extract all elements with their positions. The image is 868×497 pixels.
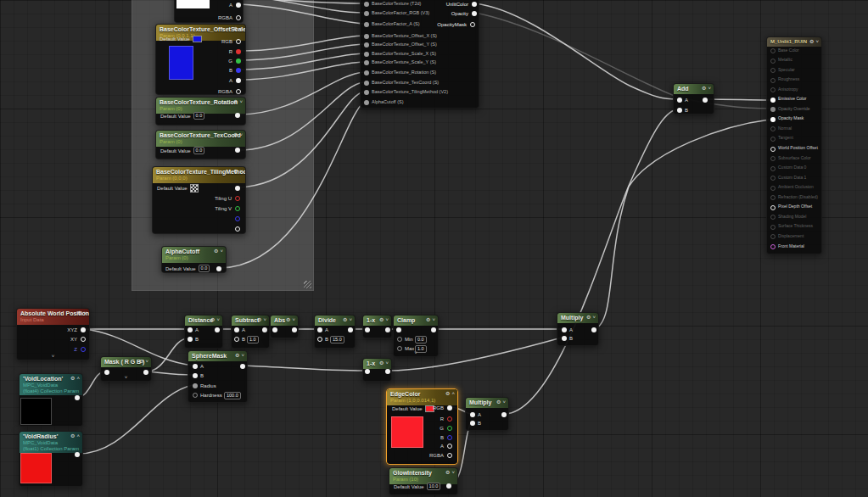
value-input[interactable]: 0.0 <box>415 336 427 343</box>
node-void-radius[interactable]: 'VoidRadius'MPC_VoidData(float1) Collect… <box>19 431 83 487</box>
pin[interactable] <box>770 137 776 142</box>
pin[interactable] <box>677 98 682 103</box>
pin[interactable] <box>472 11 477 16</box>
pin[interactable] <box>193 393 198 398</box>
pin[interactable] <box>770 176 776 181</box>
pin[interactable] <box>235 148 240 153</box>
pin[interactable] <box>81 347 86 352</box>
node-sphere-mask[interactable]: SphereMask⚙˅100.0ABRadiusHardness <box>188 350 248 403</box>
pin[interactable] <box>770 225 776 230</box>
node-clamp[interactable]: Clamp⚙˅0.01.0MinMax˅ <box>393 315 439 357</box>
collapse-up-icon[interactable]: ˄ <box>451 391 455 396</box>
pin[interactable] <box>292 327 297 332</box>
gear-icon[interactable]: ⚙ <box>496 399 501 405</box>
node-header[interactable]: BaseColorTexture_TilingMethodParam (0,0,… <box>153 167 245 183</box>
pin[interactable] <box>470 22 475 27</box>
pin[interactable] <box>193 383 198 388</box>
pin[interactable] <box>562 336 567 341</box>
pin[interactable] <box>235 206 240 211</box>
pin[interactable] <box>770 234 776 239</box>
pin[interactable] <box>770 195 776 200</box>
node-header[interactable]: Subtract⚙˅ <box>232 316 269 326</box>
pin[interactable] <box>396 327 401 332</box>
gear-icon[interactable]: ⚙ <box>70 433 75 438</box>
pin[interactable] <box>447 426 452 431</box>
gear-icon[interactable]: ⚙ <box>70 376 75 381</box>
color-swatch[interactable] <box>176 0 210 8</box>
pin[interactable] <box>770 68 776 73</box>
gear-icon[interactable]: ⚙ <box>809 39 814 44</box>
pin[interactable] <box>234 327 239 332</box>
pin[interactable] <box>770 78 776 83</box>
node-ruin-fn[interactable]: BaseColorTexture (T2d)BaseColorFactor_RG… <box>360 0 479 109</box>
collapse-down-icon[interactable]: ˅ <box>592 315 596 320</box>
pin[interactable] <box>770 186 776 191</box>
gear-icon[interactable]: ⚙ <box>233 99 238 104</box>
pin[interactable] <box>364 11 369 16</box>
pin[interactable] <box>365 369 370 374</box>
collapse-down-icon[interactable]: ˅ <box>83 310 87 316</box>
node-header[interactable]: Add⚙˅ <box>674 84 714 94</box>
collapse-down-icon[interactable]: ˅ <box>239 99 243 104</box>
collapse-down-icon[interactable]: ˅ <box>708 86 711 91</box>
gear-icon[interactable]: ⚙ <box>379 317 384 322</box>
pin[interactable] <box>317 337 322 342</box>
expand-chevron-icon[interactable]: ˅ <box>394 349 438 356</box>
node-abs[interactable]: Abs⚙˅ <box>270 315 299 338</box>
color-swatch[interactable] <box>193 36 202 42</box>
pin[interactable] <box>770 117 776 122</box>
pin[interactable] <box>447 453 452 458</box>
pin[interactable] <box>215 327 220 332</box>
collapse-down-icon[interactable]: ˅ <box>145 359 148 364</box>
node-header[interactable]: 1-x⚙˅ <box>363 316 391 326</box>
pin[interactable] <box>447 416 452 422</box>
node-void-location[interactable]: 'VoidLocation'MPC_VoidData(float4) Colle… <box>19 373 83 427</box>
value-input[interactable]: 0.0 <box>193 112 205 120</box>
gear-icon[interactable]: ⚙ <box>233 169 238 174</box>
pin[interactable] <box>385 327 390 332</box>
pin[interactable] <box>472 2 477 7</box>
pin[interactable] <box>364 60 369 65</box>
gear-icon[interactable]: ⚙ <box>343 317 347 322</box>
pin[interactable] <box>364 52 369 57</box>
pin[interactable] <box>364 81 369 86</box>
pin[interactable] <box>447 444 452 449</box>
pin[interactable] <box>770 107 776 112</box>
pin[interactable] <box>770 98 776 103</box>
pin[interactable] <box>235 113 240 118</box>
color-swatch[interactable] <box>391 416 423 448</box>
value-input[interactable]: 1.0 <box>247 336 259 343</box>
gear-icon[interactable]: ⚙ <box>214 248 218 254</box>
value-input[interactable]: 0.0 <box>193 147 205 154</box>
pin[interactable] <box>193 373 198 378</box>
node-header[interactable]: GlowIntensityParam (10)⚙˅ <box>389 468 457 484</box>
node-divide[interactable]: Divide⚙˅15.0AB <box>314 315 356 349</box>
pin[interactable] <box>770 215 776 220</box>
node-add[interactable]: Add⚙˅AB <box>673 83 714 114</box>
node-header[interactable]: 'VoidRadius'MPC_VoidData(float1) Collect… <box>20 432 82 453</box>
collapse-down-icon[interactable]: ˅ <box>815 39 819 44</box>
node-header[interactable]: Distance⚙˅ <box>185 316 222 326</box>
pin[interactable] <box>81 337 86 342</box>
collapse-down-icon[interactable]: ˅ <box>220 248 223 254</box>
pin[interactable] <box>364 42 369 47</box>
node-tiling-method[interactable]: BaseColorTexture_TilingMethodParam (0,0,… <box>152 166 246 234</box>
node-header[interactable]: SphereMask⚙˅ <box>188 351 247 361</box>
color-swatch[interactable] <box>169 46 193 80</box>
gear-icon[interactable]: ⚙ <box>139 359 143 364</box>
node-base-color-factor[interactable]: ARGBA <box>174 0 244 23</box>
pin[interactable] <box>235 186 240 191</box>
node-offset-scale[interactable]: BaseColorTexture_OffsetScaleParam (0,0,1… <box>155 24 246 95</box>
pin[interactable] <box>447 405 452 410</box>
pin[interactable] <box>364 100 369 105</box>
collapse-up-icon[interactable]: ˄ <box>76 376 80 381</box>
value-input[interactable]: 100.0 <box>224 392 241 399</box>
pin[interactable] <box>364 34 369 39</box>
node-oneminus2[interactable]: 1-x⚙˅ <box>362 358 392 382</box>
collapse-down-icon[interactable]: ˅ <box>385 360 389 366</box>
node-header[interactable]: BaseColorTexture_RotationParam (0)⚙˅ <box>156 98 245 114</box>
node-header[interactable]: 'VoidLocation'MPC_VoidData(float4) Colle… <box>20 374 82 395</box>
expand-chevron-icon[interactable]: ˅ <box>17 353 89 360</box>
node-glow-intensity[interactable]: GlowIntensityParam (10)⚙˅Default Value10… <box>389 467 458 495</box>
value-input[interactable]: 15.0 <box>330 336 344 343</box>
